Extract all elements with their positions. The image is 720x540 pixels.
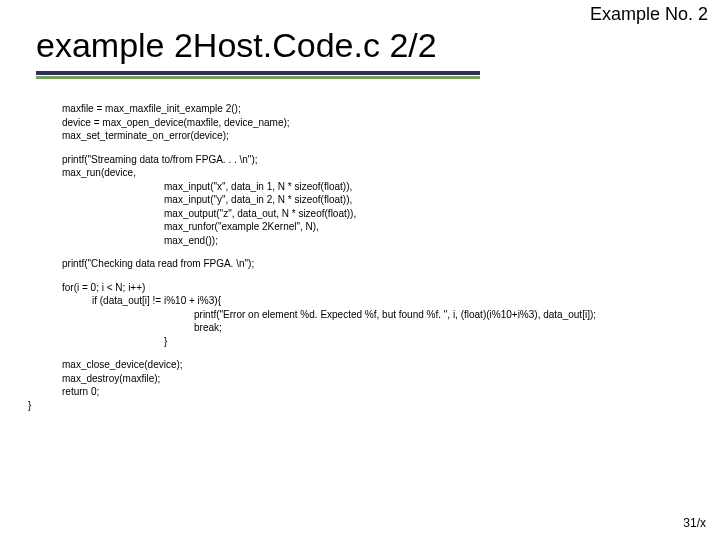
code-line: max_destroy(maxfile); <box>62 372 706 386</box>
code-line: printf("Checking data read from FPGA. \n… <box>62 257 706 271</box>
code-line: max_input("x", data_in 1, N * sizeof(flo… <box>62 180 706 194</box>
code-line: max_input("y", data_in 2, N * sizeof(flo… <box>62 193 706 207</box>
code-line: max_close_device(device); <box>62 358 706 372</box>
code-block-3: printf("Checking data read from FPGA. \n… <box>62 257 706 271</box>
code-line: for(i = 0; i < N; i++) <box>62 281 706 295</box>
code-line: } <box>28 399 706 413</box>
title-underline-dark <box>36 71 480 75</box>
code-block-1: maxfile = max_maxfile_init_example 2(); … <box>62 102 706 143</box>
title-area: example 2Host.Code.c 2/2 <box>36 26 700 79</box>
code-line: max_output("z", data_out, N * sizeof(flo… <box>62 207 706 221</box>
code-body: maxfile = max_maxfile_init_example 2(); … <box>62 102 706 422</box>
code-line: device = max_open_device(maxfile, device… <box>62 116 706 130</box>
code-line: max_set_terminate_on_error(device); <box>62 129 706 143</box>
code-line: return 0; <box>62 385 706 399</box>
slide: Example No. 2 example 2Host.Code.c 2/2 m… <box>0 0 720 540</box>
code-line: maxfile = max_maxfile_init_example 2(); <box>62 102 706 116</box>
page-number: 31/x <box>683 516 706 530</box>
code-block-2: printf("Streaming data to/from FPGA. . .… <box>62 153 706 248</box>
code-block-4: for(i = 0; i < N; i++) if (data_out[i] !… <box>62 281 706 349</box>
code-line: break; <box>62 321 706 335</box>
code-line: max_run(device, <box>62 166 706 180</box>
code-block-5: max_close_device(device); max_destroy(ma… <box>62 358 706 412</box>
code-line: max_end()); <box>62 234 706 248</box>
title-underline <box>36 71 480 79</box>
code-line: if (data_out[i] != i%10 + i%3){ <box>62 294 706 308</box>
code-line: } <box>62 335 706 349</box>
slide-title: example 2Host.Code.c 2/2 <box>36 26 700 65</box>
title-underline-green <box>36 76 480 79</box>
example-number-label: Example No. 2 <box>590 4 708 25</box>
code-line: printf("Error on element %d. Expected %f… <box>62 308 706 322</box>
code-line: max_runfor("example 2Kernel", N), <box>62 220 706 234</box>
code-line: printf("Streaming data to/from FPGA. . .… <box>62 153 706 167</box>
